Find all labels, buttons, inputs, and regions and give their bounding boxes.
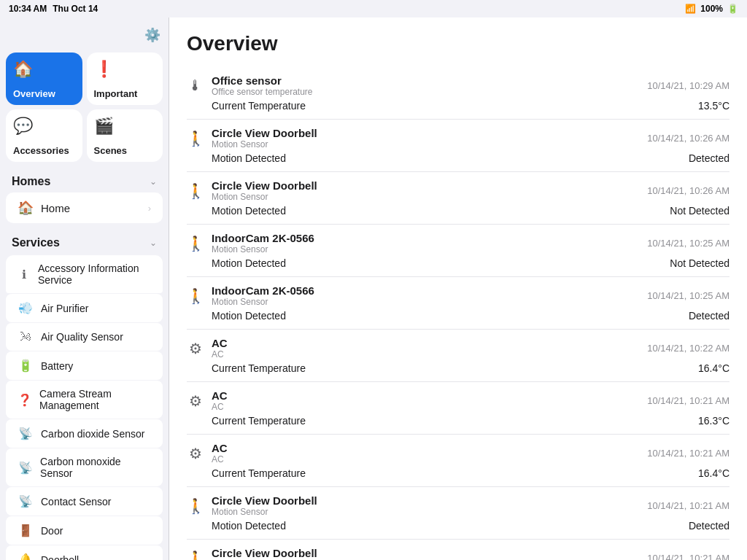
home-item[interactable]: 🏠 Home › (6, 192, 163, 223)
event-device-sub-2: Motion Sensor (212, 192, 317, 202)
event-header-left-9: 🚶 Circle View Doorbell Motion Sensor (187, 547, 317, 560)
nav-tile-label-scenes: Scenes (94, 145, 128, 156)
event-device-info-6: AC AC (212, 389, 228, 412)
event-device-sub-7: AC (212, 454, 228, 464)
service-label-9: Doorbell (41, 554, 79, 561)
event-row-6: ⚙ AC AC 10/14/21, 10:21 AM Current Tempe… (187, 382, 729, 435)
event-type-1: Motion Detected (212, 152, 286, 164)
sidebar-scroll: Homes ⌄ 🏠 Home › Services ⌄ ℹ Accessory … (0, 168, 169, 560)
event-details-5: Current Temperature 16.4°C (187, 362, 729, 374)
event-value-4: Detected (689, 310, 729, 322)
event-device-name-3: IndoorCam 2K-0566 (212, 232, 314, 244)
service-label-4: Camera Stream Management (39, 388, 151, 411)
event-device-info-5: AC AC (212, 337, 228, 359)
nav-tile-label-overview: Overview (13, 88, 55, 99)
event-device-info-2: Circle View Doorbell Motion Sensor (212, 179, 317, 202)
service-icon-3: 🔋 (18, 359, 34, 373)
event-device-icon-9: 🚶 (187, 550, 204, 561)
event-device-sub-6: AC (212, 402, 228, 412)
service-item-7[interactable]: 📡 Contact Sensor (6, 487, 163, 516)
event-timestamp-3: 10/14/21, 10:25 AM (647, 238, 729, 249)
event-device-info-4: IndoorCam 2K-0566 Motion Sensor (212, 284, 314, 307)
service-icon-1: 💨 (18, 301, 34, 315)
service-item-0[interactable]: ℹ Accessory Information Service (6, 255, 163, 293)
service-item-6[interactable]: 📡 Carbon monoxide Sensor (6, 448, 163, 486)
sidebar-top-bar: ⚙️ (0, 18, 169, 52)
event-header-7: ⚙ AC AC 10/14/21, 10:21 AM (187, 442, 729, 464)
event-row-3: 🚶 IndoorCam 2K-0566 Motion Sensor 10/14/… (187, 225, 729, 277)
event-device-icon-3: 🚶 (187, 235, 204, 252)
settings-button[interactable]: ⚙️ (142, 25, 163, 45)
service-label-8: Door (41, 525, 63, 537)
home-icon: 🏠 (18, 200, 34, 216)
event-device-info-8: Circle View Doorbell Motion Sensor (212, 494, 317, 517)
time: 10:34 AM (9, 4, 47, 14)
nav-grid: 🏠 Overview ❗ Important 💬 Accessories 🎬 S… (0, 52, 169, 168)
event-details-4: Motion Detected Detected (187, 310, 729, 322)
homes-title: Homes (12, 175, 50, 188)
nav-tile-important[interactable]: ❗ Important (87, 52, 163, 105)
service-item-8[interactable]: 🚪 Door (6, 516, 163, 545)
services-section-header[interactable]: Services ⌄ (0, 229, 169, 254)
homes-section-header[interactable]: Homes ⌄ (0, 168, 169, 192)
home-label: Home (41, 202, 70, 214)
event-header-left-7: ⚙ AC AC (187, 442, 228, 464)
wifi-icon: 📶 (685, 4, 696, 14)
event-details-3: Motion Detected Not Detected (187, 257, 729, 269)
event-value-6: 16.3°C (698, 415, 729, 427)
event-type-2: Motion Detected (212, 205, 286, 217)
event-header-left-2: 🚶 Circle View Doorbell Motion Sensor (187, 179, 317, 202)
event-device-icon-6: ⚙ (187, 392, 204, 410)
battery: 100% (700, 4, 723, 14)
event-row-5: ⚙ AC AC 10/14/21, 10:22 AM Current Tempe… (187, 330, 729, 382)
battery-icon: 🔋 (727, 4, 738, 14)
event-header-9: 🚶 Circle View Doorbell Motion Sensor 10/… (187, 547, 729, 560)
event-details-6: Current Temperature 16.3°C (187, 415, 729, 427)
event-device-sub-3: Motion Sensor (212, 244, 314, 254)
event-header-left-3: 🚶 IndoorCam 2K-0566 Motion Sensor (187, 232, 314, 254)
service-item-2[interactable]: 🌬 Air Quality Sensor (6, 323, 163, 351)
event-device-icon-5: ⚙ (187, 340, 204, 357)
event-timestamp-8: 10/14/21, 10:21 AM (647, 500, 729, 511)
events-list: 🌡 Office sensor Office sensor temperatur… (187, 67, 729, 560)
service-icon-7: 📡 (18, 494, 34, 508)
event-header-left-6: ⚙ AC AC (187, 389, 228, 412)
event-device-name-5: AC (212, 337, 228, 349)
nav-tile-icon-important: ❗ (94, 60, 114, 79)
nav-tile-icon-overview: 🏠 (13, 60, 33, 79)
event-device-name-6: AC (212, 389, 228, 402)
service-item-9[interactable]: 🔔 Doorbell (6, 545, 163, 560)
event-timestamp-5: 10/14/21, 10:22 AM (647, 343, 729, 354)
event-value-7: 16.4°C (698, 467, 729, 479)
service-label-2: Air Quality Sensor (41, 331, 123, 343)
service-item-4[interactable]: ❓ Camera Stream Management (6, 381, 163, 419)
nav-tile-icon-accessories: 💬 (13, 117, 33, 136)
event-type-5: Current Temperature (212, 362, 306, 374)
service-item-1[interactable]: 💨 Air Purifier (6, 294, 163, 322)
event-type-8: Motion Detected (212, 520, 286, 532)
event-type-3: Motion Detected (212, 257, 286, 269)
nav-tile-scenes[interactable]: 🎬 Scenes (87, 109, 163, 162)
nav-tile-overview[interactable]: 🏠 Overview (6, 52, 82, 105)
event-device-sub-5: AC (212, 349, 228, 359)
event-header-8: 🚶 Circle View Doorbell Motion Sensor 10/… (187, 494, 729, 517)
homes-list: 🏠 Home › (0, 192, 169, 223)
home-item-left: 🏠 Home (18, 200, 70, 216)
event-row-7: ⚙ AC AC 10/14/21, 10:21 AM Current Tempe… (187, 435, 729, 487)
nav-tile-accessories[interactable]: 💬 Accessories (6, 109, 82, 162)
event-timestamp-6: 10/14/21, 10:21 AM (647, 395, 729, 406)
services-title: Services (12, 236, 60, 249)
event-header-left-5: ⚙ AC AC (187, 337, 228, 359)
service-item-3[interactable]: 🔋 Battery (6, 351, 163, 380)
event-value-3: Not Detected (670, 257, 729, 269)
service-icon-9: 🔔 (18, 553, 34, 560)
homes-chevron: ⌄ (150, 176, 157, 187)
service-item-5[interactable]: 📡 Carbon dioxide Sensor (6, 419, 163, 448)
event-device-name-7: AC (212, 442, 228, 454)
event-value-2: Not Detected (670, 205, 729, 217)
event-device-info-7: AC AC (212, 442, 228, 464)
service-icon-0: ℹ (18, 268, 31, 281)
event-timestamp-0: 10/14/21, 10:29 AM (647, 80, 729, 91)
event-device-icon-0: 🌡 (187, 77, 204, 94)
service-icon-5: 📡 (18, 427, 34, 440)
